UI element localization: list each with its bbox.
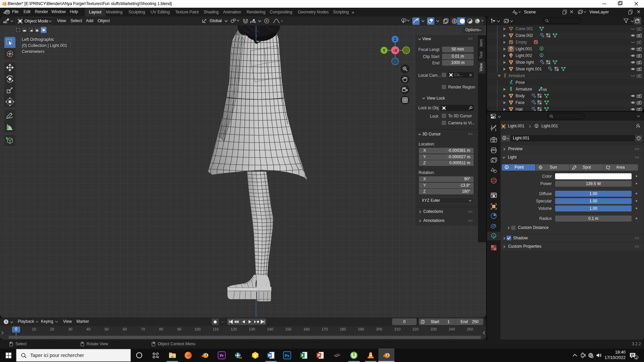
svg-text:Pr: Pr xyxy=(220,354,224,358)
svg-text:W: W xyxy=(268,353,271,357)
svg-text:X: X xyxy=(301,353,304,357)
svg-text:1: 1 xyxy=(635,356,637,359)
svg-text:P: P xyxy=(318,353,320,357)
svg-text:Ps: Ps xyxy=(285,354,289,358)
